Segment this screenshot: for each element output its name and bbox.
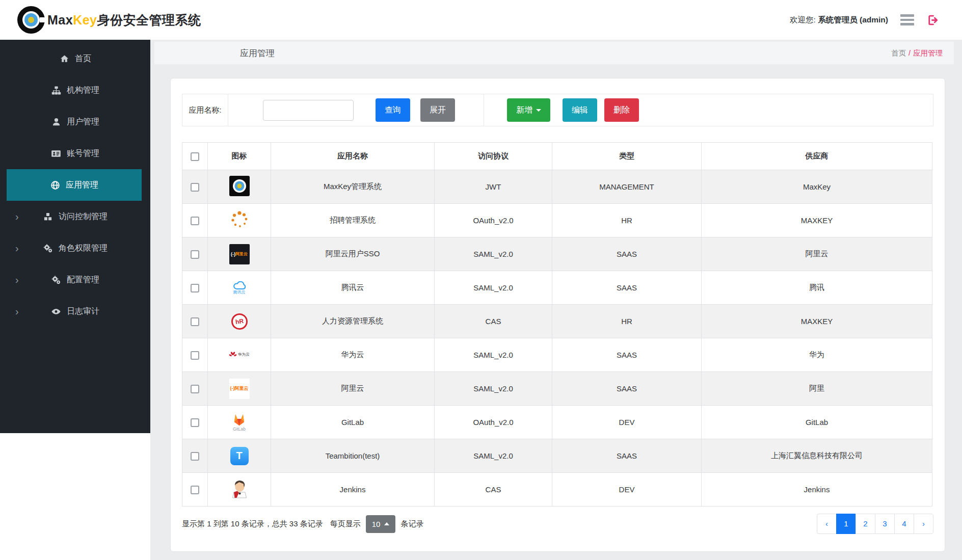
table-row[interactable]: (-)阿里云阿里云SAML_v2.0SAAS阿里 [182,372,932,406]
sidebar-item-accounts[interactable]: 账号管理 [0,138,150,169]
cell-vendor: 华为 [702,338,932,372]
row-checkbox-cell [182,372,208,406]
pagination-page-3[interactable]: 3 [875,514,895,534]
row-icon-cell: (-)阿里云 [208,372,271,406]
apps-card: 应用名称: 查询 展开 新增 编辑 删除 图标 应用名称 [170,78,945,552]
table-row[interactable]: 招聘管理系统OAuth_v2.0HRMAXKEY [182,204,932,237]
home-icon [59,54,69,64]
col-vendor: 供应商 [702,143,932,170]
cell-vendor: Jenkins [702,473,932,506]
cell-type: DEV [552,473,702,506]
table-footer: 显示第 1 到第 10 条记录，总共 33 条记录 每页显示 10 条记录 ‹1… [182,513,933,535]
gitlab-icon: GitLab [232,413,246,432]
delete-button[interactable]: 删除 [604,98,639,122]
select-all-checkbox[interactable] [191,152,199,161]
chevron-right-icon: › [15,275,19,285]
table-row[interactable]: JenkinsCASDEVJenkins [182,473,932,506]
row-checkbox[interactable] [191,317,199,326]
table-row[interactable]: TTeambition(test)SAML_v2.0SAAS上海汇翼信息科技有限… [182,439,932,473]
sidebar-item-label: 首页 [75,54,91,64]
edit-button[interactable]: 编辑 [563,98,597,122]
cell-type: DEV [552,406,702,439]
teambition-icon: T [230,447,249,465]
sidebar: 首页机构管理用户管理账号管理应用管理›访问控制管理›角色权限管理›配置管理›日志… [0,40,150,433]
row-checkbox[interactable] [191,452,199,461]
pagination-page-4[interactable]: 4 [894,514,914,534]
row-icon-cell: (-)阿里云 [208,237,271,271]
add-button[interactable]: 新增 [507,98,550,122]
pagination-page-2[interactable]: 2 [856,514,875,534]
row-checkbox-cell [182,237,208,271]
cell-type: SAAS [552,338,702,372]
sidebar-item-roles[interactable]: ›角色权限管理 [0,232,150,264]
row-checkbox[interactable] [191,284,199,292]
records-summary: 显示第 1 到第 10 条记录，总共 33 条记录 [182,519,323,529]
page-size-dropdown[interactable]: 10 [366,515,396,533]
table-row[interactable]: 华为云华为云SAML_v2.0SAAS华为 [182,338,932,372]
sidebar-item-apps[interactable]: 应用管理 [7,169,142,201]
pagination-prev[interactable]: ‹ [817,514,837,534]
query-button[interactable]: 查询 [376,98,410,122]
row-icon-cell: GitLab [208,406,271,439]
user-icon [51,117,61,127]
cubes-icon [43,211,53,222]
pagination-next[interactable]: › [914,514,933,534]
cell-app-name: 腾讯云 [271,271,435,305]
globe-icon [50,180,60,190]
col-protocol: 访问协议 [435,143,552,170]
col-app-name: 应用名称 [271,143,435,170]
per-page-label: 每页显示 [330,519,361,529]
table-row[interactable]: 腾讯云腾讯云SAML_v2.0SAAS腾讯 [182,271,932,305]
sidebar-item-access-control[interactable]: ›访问控制管理 [0,201,150,232]
row-checkbox-cell [182,204,208,237]
gears-icon [51,275,61,285]
menu-toggle-icon[interactable] [900,12,914,28]
cell-protocol: SAML_v2.0 [435,439,552,473]
sitemap-icon [51,85,61,95]
cell-vendor: MAXKEY [702,204,932,237]
row-checkbox-cell [182,271,208,305]
row-checkbox[interactable] [191,486,199,494]
row-checkbox[interactable] [191,217,199,225]
table-row[interactable]: GitLabGitLabOAuth_v2.0DEVGitLab [182,406,932,439]
toolbar: 应用名称: 查询 展开 新增 编辑 删除 [182,94,933,126]
maxkey-logo-icon [17,6,45,34]
sidebar-item-org[interactable]: 机构管理 [0,74,150,106]
table-row[interactable]: (-)阿里云阿里云用户SSOSAML_v2.0SAAS阿里云 [182,237,932,271]
chevron-right-icon: › [15,306,19,316]
sidebar-item-home[interactable]: 首页 [0,43,150,74]
main-content: 应用管理 首页/应用管理 应用名称: 查询 展开 新增 编辑 删除 [150,40,962,560]
app-name-input[interactable] [263,100,354,121]
toolbar-divider [484,94,484,126]
row-checkbox-cell [182,473,208,506]
breadcrumb-home-link[interactable]: 首页 [891,49,906,57]
caret-up-icon [384,522,389,525]
caret-down-icon [536,109,541,112]
pagination-page-1[interactable]: 1 [836,514,856,534]
cell-vendor: 阿里云 [702,237,932,271]
aliyun-dark-icon: (-)阿里云 [229,244,250,264]
jenkins-icon [232,479,247,498]
recruit-dots-icon [230,210,249,229]
row-checkbox[interactable] [191,351,199,360]
maxkey-logo-icon [229,176,250,196]
cell-type: HR [552,204,702,237]
row-checkbox[interactable] [191,418,199,427]
row-checkbox[interactable] [191,183,199,192]
row-checkbox-cell [182,170,208,204]
table-row[interactable]: hR人力资源管理系统CASHRMAXKEY [182,305,932,338]
logout-icon[interactable] [926,14,940,26]
sidebar-item-users[interactable]: 用户管理 [0,106,150,138]
sidebar-item-label: 日志审计 [67,306,99,317]
expand-button[interactable]: 展开 [420,98,455,122]
chevron-right-icon: › [15,243,19,253]
row-checkbox[interactable] [191,250,199,259]
cell-type: SAAS [552,271,702,305]
sidebar-item-config[interactable]: ›配置管理 [0,264,150,296]
aliyun-orange-icon: (-)阿里云 [229,379,250,399]
table-row[interactable]: MaxKey管理系统JWTMANAGEMENTMaxKey [182,170,932,204]
row-checkbox[interactable] [191,385,199,393]
brand: MaxKey身份安全管理系统 [17,6,201,34]
cell-type: HR [552,305,702,338]
sidebar-item-audit[interactable]: ›日志审计 [0,296,150,327]
